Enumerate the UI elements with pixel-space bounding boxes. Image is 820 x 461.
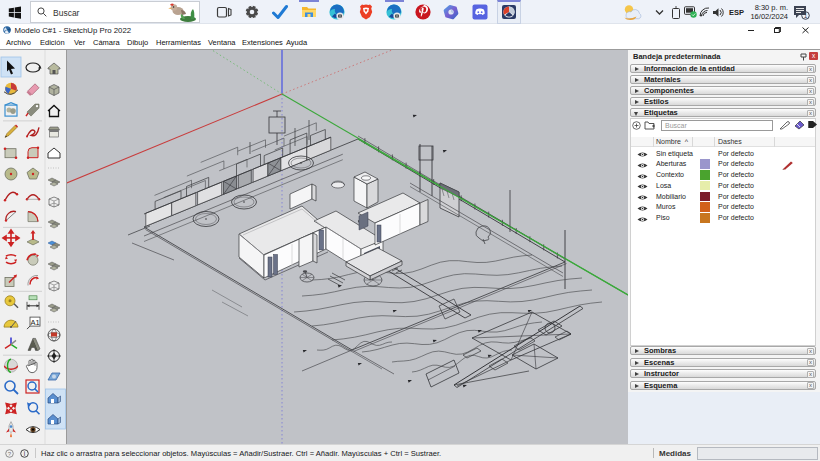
svg-text:i: i [24, 450, 25, 457]
svg-text:A1: A1 [30, 318, 39, 327]
svg-text:1: 1 [804, 12, 808, 19]
svg-text:?: ? [8, 451, 12, 457]
